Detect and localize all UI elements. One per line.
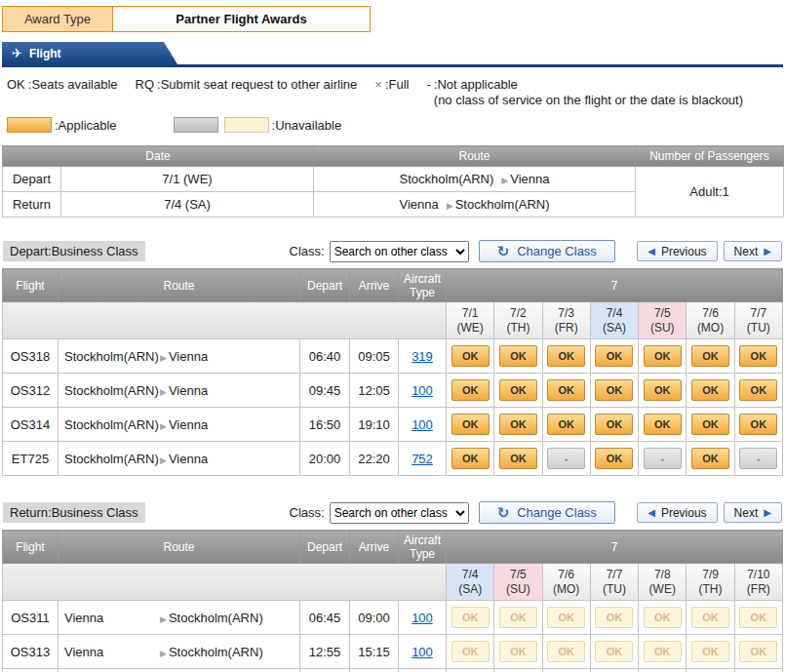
availability-button[interactable]: OK bbox=[644, 414, 682, 435]
availability-cell: OK bbox=[734, 374, 782, 408]
legend-rq-symbol: RQ bbox=[136, 77, 155, 93]
availability-button[interactable]: OK bbox=[595, 379, 633, 401]
aircraft-type-link[interactable]: 100 bbox=[412, 383, 433, 398]
availability-button[interactable]: OK bbox=[595, 641, 633, 662]
availability-button[interactable]: OK bbox=[595, 414, 633, 435]
availability-cell: OK bbox=[542, 601, 590, 635]
col-header-depart: Depart bbox=[300, 269, 350, 302]
route-destination: Stockholm(ARN) bbox=[169, 611, 263, 625]
depart-time: 06:40 bbox=[300, 339, 350, 374]
change-class-button[interactable]: ↻ Change Class bbox=[479, 501, 615, 524]
availability-button[interactable]: OK bbox=[691, 607, 729, 628]
availability-button[interactable]: - bbox=[547, 448, 585, 469]
availability-button[interactable]: OK bbox=[499, 345, 537, 367]
availability-button[interactable]: OK bbox=[499, 414, 537, 435]
availability-button[interactable]: OK bbox=[644, 607, 682, 628]
availability-cell: OK bbox=[590, 374, 638, 408]
availability-button[interactable]: OK bbox=[739, 607, 777, 628]
depart-time: 20:00 bbox=[300, 442, 350, 476]
availability-button[interactable]: OK bbox=[451, 345, 490, 367]
legend-na-note: (no class of service on the flight or th… bbox=[434, 93, 743, 108]
availability-button[interactable]: OK bbox=[644, 345, 682, 367]
availability-button[interactable]: OK bbox=[547, 607, 585, 628]
availability-cell: OK bbox=[687, 408, 734, 442]
date-header: 7/9(TH) bbox=[687, 564, 734, 601]
class-select[interactable]: Search on other class bbox=[330, 241, 469, 262]
col-header-aircraft: Aircraft Type bbox=[399, 531, 447, 564]
availability-button[interactable]: OK bbox=[547, 345, 585, 367]
availability-button[interactable]: OK bbox=[691, 448, 729, 469]
availability-cell: - bbox=[639, 442, 687, 476]
route-destination: Vienna bbox=[169, 383, 208, 398]
flight-tab-strip: ✈ Flight bbox=[2, 42, 783, 67]
availability-cell: OK bbox=[542, 669, 590, 672]
route-origin: Vienna bbox=[64, 645, 152, 659]
applicable-swatch bbox=[7, 117, 52, 133]
availability-button[interactable]: OK bbox=[595, 607, 633, 628]
availability-button[interactable]: OK bbox=[595, 448, 633, 469]
availability-button[interactable]: OK bbox=[499, 448, 537, 469]
availability-button[interactable]: OK bbox=[691, 641, 729, 662]
availability-cell: OK bbox=[494, 601, 542, 635]
availability-button[interactable]: OK bbox=[451, 448, 490, 469]
availability-button[interactable]: OK bbox=[739, 641, 777, 662]
aircraft-type-link[interactable]: 100 bbox=[412, 645, 433, 659]
availability-cell: OK bbox=[639, 635, 687, 669]
availability-button[interactable]: OK bbox=[691, 345, 729, 367]
tab-flight[interactable]: ✈ Flight bbox=[2, 42, 177, 64]
unavailable-label: :Unavailable bbox=[272, 118, 342, 133]
airplane-icon: ✈ bbox=[12, 46, 22, 60]
availability-button[interactable]: OK bbox=[499, 641, 537, 662]
availability-button[interactable]: OK bbox=[547, 379, 585, 401]
route-arrow-icon: ▶ bbox=[160, 614, 167, 624]
next-button[interactable]: Next ▶ bbox=[724, 241, 782, 261]
legend-na-text: :Not applicable bbox=[434, 77, 743, 93]
legend-item-seats: OK :Seats available bbox=[7, 77, 118, 93]
date-header: 7/6(MO) bbox=[542, 564, 590, 601]
availability-button[interactable]: OK bbox=[644, 379, 682, 401]
availability-button[interactable]: OK bbox=[499, 607, 537, 628]
availability-button[interactable]: OK bbox=[644, 641, 682, 662]
availability-button[interactable]: OK bbox=[595, 345, 633, 367]
availability-button[interactable]: OK bbox=[547, 641, 585, 662]
next-button[interactable]: Next ▶ bbox=[724, 502, 782, 523]
route-cell: Stockholm(ARN)▶Vienna bbox=[59, 408, 300, 442]
availability-button[interactable]: OK bbox=[691, 379, 729, 401]
flight-number: ET725 bbox=[3, 442, 59, 476]
previous-button[interactable]: ◀ Previous bbox=[637, 502, 717, 523]
class-select[interactable]: Search on other class bbox=[330, 502, 469, 524]
availability-button[interactable]: - bbox=[644, 448, 682, 469]
availability-button[interactable]: OK bbox=[451, 607, 490, 628]
change-class-label: Change Class bbox=[517, 244, 597, 258]
availability-cell: OK bbox=[447, 339, 494, 374]
availability-button[interactable]: OK bbox=[451, 641, 490, 662]
page: Award Type Partner Flight Awards ✈ Fligh… bbox=[0, 0, 785, 672]
availability-cell: - bbox=[542, 442, 590, 476]
availability-button[interactable]: - bbox=[739, 448, 777, 469]
itinerary-table: Date Route Number of Passengers Depart 7… bbox=[2, 145, 784, 217]
availability-button[interactable]: OK bbox=[547, 414, 585, 435]
unavailable-yellow-swatch bbox=[224, 117, 269, 133]
change-class-button[interactable]: ↻ Change Class bbox=[479, 240, 615, 262]
aircraft-type-link[interactable]: 752 bbox=[412, 452, 433, 466]
availability-cell: OK bbox=[639, 601, 687, 635]
depart-flight-table: Flight Route Depart Arrive Aircraft Type… bbox=[2, 268, 783, 476]
legend-na-symbol: - bbox=[426, 77, 430, 93]
aircraft-type-link[interactable]: 100 bbox=[412, 611, 433, 625]
availability-button[interactable]: OK bbox=[739, 345, 777, 367]
aircraft-type-cell: 100 bbox=[399, 601, 447, 635]
availability-button[interactable]: OK bbox=[451, 414, 490, 435]
availability-cell: OK bbox=[447, 442, 494, 476]
availability-button[interactable]: OK bbox=[499, 379, 537, 401]
aircraft-type-link[interactable]: 100 bbox=[412, 417, 433, 432]
route-origin: Vienna bbox=[400, 197, 439, 212]
aircraft-type-link[interactable]: 319 bbox=[412, 349, 433, 364]
availability-button[interactable]: OK bbox=[691, 414, 729, 435]
next-arrow-icon: ▶ bbox=[764, 508, 771, 518]
availability-button[interactable]: OK bbox=[739, 379, 777, 401]
availability-button[interactable]: OK bbox=[451, 379, 490, 401]
previous-button[interactable]: ◀ Previous bbox=[637, 241, 717, 261]
availability-button[interactable]: OK bbox=[739, 414, 777, 435]
col-header-route: Route bbox=[59, 269, 300, 302]
legend-rq-text: :Submit seat request to other airline bbox=[157, 77, 357, 93]
